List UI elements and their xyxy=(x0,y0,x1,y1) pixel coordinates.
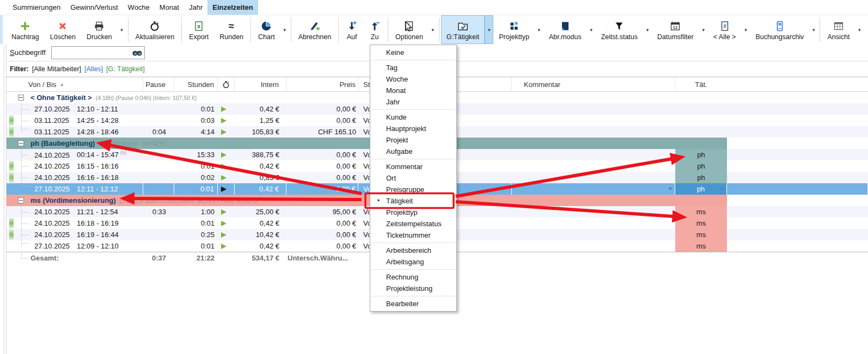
menu-item-ticketnummer[interactable]: Ticketnummer xyxy=(370,229,456,241)
search-input-box[interactable] xyxy=(51,46,145,59)
col-header-kommentar[interactable]: Kommentar xyxy=(512,77,675,91)
chevron-down-icon[interactable]: ▾ xyxy=(535,15,543,44)
toolbar-button-abr-modus[interactable]: Abr.modus xyxy=(543,15,587,44)
chevron-down-icon[interactable]: ▾ xyxy=(587,15,596,44)
toolbar-button-löschen[interactable]: Löschen xyxy=(45,15,81,44)
entry-kommentar xyxy=(512,183,675,195)
toolbar-button-zeitst-status[interactable]: Zeitst.status xyxy=(596,15,643,44)
tab-summierungen[interactable]: Summierungen xyxy=(8,0,65,15)
toolbar-button-optionen[interactable]: Optionen xyxy=(390,15,429,44)
col-header-intern[interactable]: Intern xyxy=(235,77,286,91)
play-icon[interactable] xyxy=(221,175,227,181)
tab-jahr[interactable]: Jahr xyxy=(184,0,207,15)
toolbar-button-g-tätigkeit[interactable]: G:Tätigkeit xyxy=(441,15,485,44)
menu-item-arbeitsgang[interactable]: Arbeitsgang xyxy=(370,256,456,268)
chevron-down-icon[interactable]: ▾ xyxy=(118,15,126,44)
doc-fold-icon xyxy=(559,20,571,33)
entry-taetigkeit: ms xyxy=(675,218,727,229)
toolbar-button-zu[interactable]: Zu xyxy=(363,15,386,44)
menu-item-projektleistung[interactable]: Projektleistung xyxy=(370,283,456,294)
filter-grouping[interactable]: [G: Tätigkeit] xyxy=(106,65,145,73)
filter-scope[interactable]: [Alles] xyxy=(84,65,103,73)
toolbar-button-abrechnen[interactable]: Abrechnen xyxy=(293,15,337,44)
col-header-pause[interactable]: Pause xyxy=(143,77,174,91)
toolbar-button-buchungsarchiv[interactable]: Buchungsarchiv xyxy=(750,15,809,44)
total-label: Gesamt: xyxy=(30,254,59,262)
play-icon[interactable] xyxy=(221,107,227,112)
chevron-down-icon[interactable]: ▾ xyxy=(741,15,750,44)
toolbar-button-label: Export xyxy=(189,34,209,41)
menu-item-projekt[interactable]: Projekt xyxy=(370,134,456,146)
toolbar-button-auf[interactable]: Auf xyxy=(340,15,363,44)
col-header-preis[interactable]: Preis xyxy=(286,77,358,91)
toolbar-button-export[interactable]: xExport xyxy=(184,15,214,44)
menu-item-monat[interactable]: Monat xyxy=(370,85,456,96)
chevron-down-icon[interactable]: ▾ xyxy=(809,15,818,44)
toolbar-button-ansicht[interactable]: Ansicht xyxy=(822,15,855,44)
group-label: ms (Vordimensionierung) xyxy=(30,196,116,204)
menu-item-preisgruppe[interactable]: Preisgruppe xyxy=(370,184,456,195)
toolbar-button-drucken[interactable]: Drucken xyxy=(81,15,118,44)
toolbar-button-chart[interactable]: Chart xyxy=(253,15,280,44)
tab-einzelzeiten[interactable]: Einzelzeiten xyxy=(207,0,258,15)
tab-woche[interactable]: Woche xyxy=(123,0,155,15)
play-icon[interactable] xyxy=(221,118,227,123)
toolbar-button--alle-[interactable]: #< Alle > xyxy=(708,15,742,44)
chevron-down-icon[interactable]: ▾ xyxy=(429,15,437,44)
entry-date: 24.10.2025 xyxy=(34,173,77,182)
menu-item-zeitstempelstatus[interactable]: Zeitstempelstatus xyxy=(370,218,456,229)
play-icon[interactable] xyxy=(221,244,227,249)
play-icon[interactable] xyxy=(221,129,227,135)
entry-intern: 10,42 € xyxy=(235,231,286,239)
play-icon[interactable] xyxy=(221,187,227,192)
collapse-expander-icon[interactable] xyxy=(18,197,24,203)
chevron-down-icon[interactable]: ▾ xyxy=(280,15,289,44)
entry-preis: 0,00 € xyxy=(286,116,358,125)
menu-item-woche[interactable]: Woche xyxy=(370,73,456,85)
menu-item-kommentar[interactable]: Kommentar xyxy=(370,161,456,172)
chevron-down-icon[interactable]: ▾ xyxy=(643,15,652,44)
toolbar-button-aktualisieren[interactable]: Aktualisieren xyxy=(130,15,180,44)
menu-item-bearbeiter[interactable]: Bearbeiter xyxy=(370,298,456,309)
menu-item-tag[interactable]: Tag xyxy=(370,62,456,73)
play-icon[interactable] xyxy=(221,221,227,226)
entry-time-range: 16:16 - 16:18 xyxy=(77,173,119,182)
combo-arrow-icon[interactable] xyxy=(720,188,724,190)
menu-item-jahr[interactable]: Jahr xyxy=(370,96,456,108)
collapse-expander-icon[interactable] xyxy=(18,140,24,146)
menu-item-arbeitsbereich[interactable]: Arbeitsbereich xyxy=(370,245,456,256)
combo-arrow-icon[interactable] xyxy=(668,188,673,190)
toolbar-button-label: Abr.modus xyxy=(549,34,582,41)
chevron-down-icon[interactable]: ▾ xyxy=(855,15,864,44)
play-icon[interactable] xyxy=(221,232,227,238)
menu-item-tätigkeit[interactable]: •Tätigkeit xyxy=(370,195,456,207)
filter-employees[interactable]: [Alle Mitarbeiter] xyxy=(32,65,81,73)
menu-item-label: Ort xyxy=(386,174,396,182)
menu-item-aufgabe[interactable]: Aufgabe xyxy=(370,146,456,157)
col-header-von-bis[interactable]: Von / Bis▲ xyxy=(7,77,143,91)
chevron-down-icon[interactable]: ▾ xyxy=(485,15,493,44)
chevron-down-icon[interactable]: ▾ xyxy=(699,15,708,44)
menu-item-hauptprojekt[interactable]: Hauptprojekt xyxy=(370,123,456,134)
toolbar-button-runden[interactable]: ≈Runden xyxy=(214,15,249,44)
toolbar-separator xyxy=(128,17,129,42)
toolbar-button-projekttyp[interactable]: Projekttyp xyxy=(493,15,535,44)
col-header-timer[interactable] xyxy=(218,77,235,91)
toolbar-button-nachtrag[interactable]: Nachtrag xyxy=(6,15,45,44)
play-icon[interactable] xyxy=(221,209,227,215)
play-icon[interactable] xyxy=(221,164,227,169)
menu-item-rechnung[interactable]: Rechnung xyxy=(370,271,456,283)
binoculars-icon[interactable] xyxy=(132,48,143,57)
menu-item-keine[interactable]: Keine xyxy=(370,47,456,58)
toolbar-button-datumsfilter[interactable]: 12Datumsfilter xyxy=(652,15,699,44)
collapse-expander-icon[interactable] xyxy=(18,95,24,101)
menu-item-projekttyp[interactable]: Projekttyp xyxy=(370,207,456,218)
col-header-taet[interactable]: Tät. xyxy=(675,77,727,91)
col-header-stunden[interactable]: Stunden xyxy=(174,77,218,91)
tab-monat[interactable]: Monat xyxy=(155,0,184,15)
play-icon[interactable] xyxy=(221,152,227,158)
search-input[interactable] xyxy=(52,48,132,58)
menu-item-ort[interactable]: Ort xyxy=(370,172,456,184)
menu-item-kunde[interactable]: Kunde xyxy=(370,111,456,123)
tab-gewinn-verlust[interactable]: Gewinn/Verlust xyxy=(65,0,123,15)
